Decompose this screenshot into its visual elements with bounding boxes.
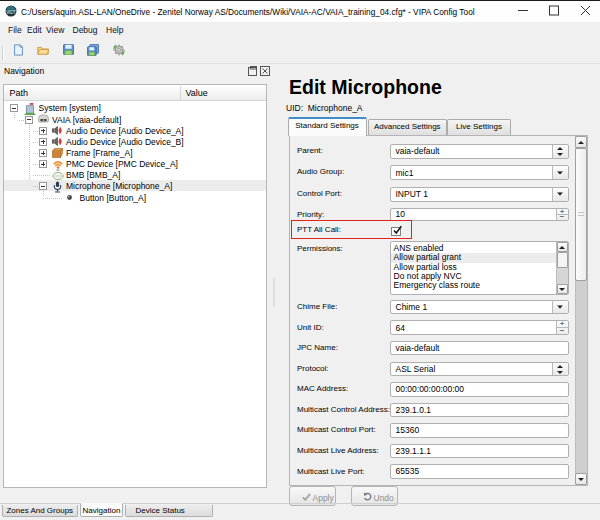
svg-text:VCT: VCT xyxy=(6,9,16,15)
